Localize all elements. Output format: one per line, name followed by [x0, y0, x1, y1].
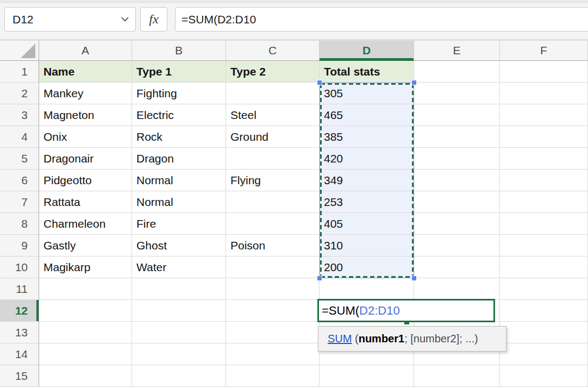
row-header-10[interactable]: 10	[0, 256, 39, 278]
function-name-link[interactable]: SUM	[328, 333, 352, 345]
cell-B2[interactable]: Fighting	[132, 83, 226, 104]
column-header-f[interactable]: F	[500, 41, 588, 61]
cell-C7[interactable]	[226, 191, 320, 213]
cell-C5[interactable]	[226, 148, 320, 170]
cell-A4[interactable]: Onix	[39, 126, 132, 148]
cell-F11[interactable]	[500, 278, 588, 300]
cell-D1[interactable]: Total stats	[320, 61, 414, 83]
cell-E5[interactable]	[414, 148, 500, 170]
cell-A1[interactable]: Name	[39, 61, 132, 83]
cell-C13[interactable]	[226, 322, 320, 343]
cell-B3[interactable]: Electric	[132, 104, 226, 126]
cell-B10[interactable]: Water	[132, 256, 226, 278]
cell-E3[interactable]	[414, 104, 500, 126]
cell-D2[interactable]: 305	[320, 83, 414, 104]
cell-D5[interactable]: 420	[320, 148, 414, 170]
row-header-6[interactable]: 6	[0, 170, 39, 191]
cell-C6[interactable]: Flying	[226, 170, 320, 191]
cell-D4[interactable]: 385	[320, 126, 414, 148]
cell-C4[interactable]: Ground	[226, 126, 320, 148]
cell-E1[interactable]	[414, 61, 500, 83]
cell-C2[interactable]	[226, 83, 320, 104]
cell-B9[interactable]: Ghost	[132, 235, 226, 256]
cell-E2[interactable]	[414, 83, 500, 104]
cell-D3[interactable]: 465	[320, 104, 414, 126]
row-header-11[interactable]: 11	[0, 278, 39, 300]
cell-F5[interactable]	[500, 148, 588, 170]
cell-B12[interactable]	[132, 300, 226, 322]
cell-F7[interactable]	[500, 191, 588, 213]
cell-E11[interactable]	[414, 278, 500, 300]
row-header-8[interactable]: 8	[0, 213, 39, 235]
cell-B6[interactable]: Normal	[132, 170, 226, 191]
cell-E8[interactable]	[414, 213, 500, 235]
cell-D11[interactable]	[320, 278, 414, 300]
cell-D15[interactable]	[320, 365, 414, 387]
cell-B5[interactable]: Dragon	[132, 148, 226, 170]
cell-F10[interactable]	[500, 256, 588, 278]
cell-A15[interactable]	[39, 365, 132, 387]
cell-A12[interactable]	[39, 300, 132, 322]
cell-F2[interactable]	[500, 83, 588, 104]
column-header-e[interactable]: E	[414, 41, 500, 61]
cell-A5[interactable]: Dragonair	[39, 148, 132, 170]
cell-F8[interactable]	[500, 213, 588, 235]
cell-B4[interactable]: Rock	[132, 126, 226, 148]
chevron-down-icon[interactable]	[121, 17, 129, 22]
select-all-corner[interactable]	[0, 41, 39, 61]
row-header-3[interactable]: 3	[0, 104, 39, 126]
cell-B1[interactable]: Type 1	[132, 61, 226, 83]
cell-D6[interactable]: 349	[320, 170, 414, 191]
cell-F9[interactable]	[500, 235, 588, 256]
cell-F3[interactable]	[500, 104, 588, 126]
cell-A10[interactable]: Magikarp	[39, 256, 132, 278]
cell-A2[interactable]: Mankey	[39, 83, 132, 104]
cell-B11[interactable]	[132, 278, 226, 300]
cell-A14[interactable]	[39, 343, 132, 365]
cell-E7[interactable]	[414, 191, 500, 213]
name-box[interactable]: D12	[4, 7, 136, 32]
cell-E4[interactable]	[414, 126, 500, 148]
insert-function-button[interactable]: fx	[140, 7, 167, 32]
cell-C15[interactable]	[226, 365, 320, 387]
cell-A8[interactable]: Charmeleon	[39, 213, 132, 235]
cell-A7[interactable]: Rattata	[39, 191, 132, 213]
cell-B7[interactable]: Normal	[132, 191, 226, 213]
cell-F14[interactable]	[500, 343, 588, 365]
cell-A3[interactable]: Magneton	[39, 104, 132, 126]
cell-F15[interactable]	[500, 365, 588, 387]
cell-C8[interactable]	[226, 213, 320, 235]
cell-E10[interactable]	[414, 256, 500, 278]
row-header-12[interactable]: 12	[0, 300, 39, 322]
cell-B13[interactable]	[132, 322, 226, 343]
cell-A9[interactable]: Gastly	[39, 235, 132, 256]
column-header-b[interactable]: B	[132, 41, 226, 61]
row-header-13[interactable]: 13	[0, 322, 39, 343]
row-header-5[interactable]: 5	[0, 148, 39, 170]
cell-E15[interactable]	[414, 365, 500, 387]
row-header-4[interactable]: 4	[0, 126, 39, 148]
cell-A13[interactable]	[39, 322, 132, 343]
cell-F4[interactable]	[500, 126, 588, 148]
row-header-9[interactable]: 9	[0, 235, 39, 256]
row-header-1[interactable]: 1	[0, 61, 39, 83]
column-header-c[interactable]: C	[226, 41, 320, 61]
cell-F12[interactable]	[500, 300, 588, 322]
cell-F13[interactable]	[500, 322, 588, 343]
cell-C10[interactable]	[226, 256, 320, 278]
cell-D8[interactable]: 405	[320, 213, 414, 235]
column-header-a[interactable]: A	[39, 41, 132, 61]
row-header-15[interactable]: 15	[0, 365, 39, 387]
cell-B14[interactable]	[132, 343, 226, 365]
cell-A6[interactable]: Pidgeotto	[39, 170, 132, 191]
cell-D10[interactable]: 200	[320, 256, 414, 278]
cell-D7[interactable]: 253	[320, 191, 414, 213]
cell-C3[interactable]: Steel	[226, 104, 320, 126]
row-header-7[interactable]: 7	[0, 191, 39, 213]
cell-A11[interactable]	[39, 278, 132, 300]
cell-F1[interactable]	[500, 61, 588, 83]
cell-F6[interactable]	[500, 170, 588, 191]
row-header-2[interactable]: 2	[0, 83, 39, 104]
cell-C12[interactable]	[226, 300, 320, 322]
cell-E6[interactable]	[414, 170, 500, 191]
